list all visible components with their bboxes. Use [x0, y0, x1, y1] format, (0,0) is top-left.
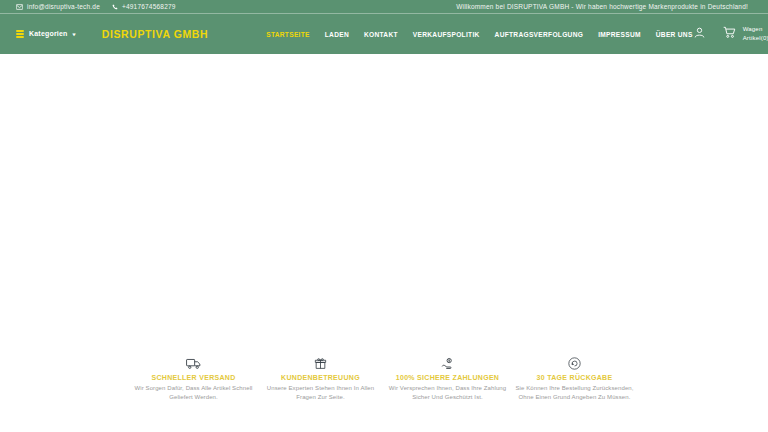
site-logo[interactable]: DISRUPTIVA GMBH [102, 28, 208, 40]
features-row: SCHNELLER VERSAND Wir Sorgen Dafür, Dass… [130, 357, 638, 403]
menu-item-laden[interactable]: LADEN [325, 31, 349, 38]
main-content [0, 54, 768, 357]
cart-labels: Wagen Artikel(0) [743, 26, 768, 43]
menu-item-auftragsverfolgung[interactable]: AUFTRAGSVERFOLGUNG [495, 31, 584, 38]
cart-button[interactable]: Wagen Artikel(0) [722, 25, 768, 43]
feature-shipping: SCHNELLER VERSAND Wir Sorgen Dafür, Dass… [130, 357, 257, 403]
navbar-right: Wagen Artikel(0) [693, 25, 768, 43]
topbar: info@disruptiva-tech.de +4917674568279 W… [0, 0, 768, 14]
phone-text: +4917674568279 [122, 3, 176, 10]
truck-icon [186, 357, 201, 371]
email-text: info@disruptiva-tech.de [27, 3, 100, 10]
main-menu: STARTSEITE LADEN KONTAKT VERKAUFSPOLITIK… [266, 31, 692, 38]
menu-item-impressum[interactable]: IMPRESSUM [598, 31, 641, 38]
menu-item-verkaufspolitik[interactable]: VERKAUFSPOLITIK [413, 31, 480, 38]
topbar-contact: info@disruptiva-tech.de +4917674568279 [16, 3, 176, 10]
hand-coin-icon [441, 357, 455, 371]
feature-title: SCHNELLER VERSAND [151, 374, 235, 381]
feature-description: Wir Versprechen Ihnen, Dass Ihre Zahlung… [387, 384, 508, 403]
cart-count: Artikel(0) [743, 35, 768, 43]
navbar: Kategorien ▾ DISRUPTIVA GMBH STARTSEITE … [0, 14, 768, 54]
email-link[interactable]: info@disruptiva-tech.de [16, 3, 100, 10]
feature-description: Wir Sorgen Dafür, Dass Alle Artikel Schn… [133, 384, 254, 403]
phone-link[interactable]: +4917674568279 [112, 3, 176, 10]
chevron-down-icon: ▾ [73, 31, 76, 37]
feature-description: Unsere Experten Stehen Ihnen In Allen Fr… [260, 384, 381, 403]
account-button[interactable] [693, 25, 706, 43]
feature-support: KUNDENBETREUUNG Unsere Experten Stehen I… [257, 357, 384, 403]
feature-payments: 100% SICHERE ZAHLUNGEN Wir Versprechen I… [384, 357, 511, 403]
user-icon [693, 25, 706, 43]
feature-title: 100% SICHERE ZAHLUNGEN [396, 374, 499, 381]
menu-item-startseite[interactable]: STARTSEITE [266, 31, 310, 38]
return-icon [568, 357, 581, 371]
feature-returns: 30 TAGE RÜCKGABE Sie Können Ihre Bestell… [511, 357, 638, 403]
cart-label: Wagen [743, 26, 768, 34]
hamburger-icon [16, 30, 24, 37]
cart-icon [722, 25, 737, 43]
categories-dropdown[interactable]: Kategorien ▾ [16, 30, 76, 37]
welcome-message: Willkommen bei DISRUPTIVA GMBH - Wir hab… [456, 3, 748, 10]
gift-icon [314, 357, 327, 371]
menu-item-ueber-uns[interactable]: ÜBER UNS [656, 31, 693, 38]
categories-label: Kategorien [29, 30, 68, 37]
phone-icon [112, 4, 118, 10]
feature-title: KUNDENBETREUUNG [281, 374, 360, 381]
envelope-icon [16, 4, 23, 10]
feature-title: 30 TAGE RÜCKGABE [537, 374, 613, 381]
menu-item-kontakt[interactable]: KONTAKT [364, 31, 398, 38]
feature-description: Sie Können Ihre Bestellung Zurücksenden,… [514, 384, 635, 403]
